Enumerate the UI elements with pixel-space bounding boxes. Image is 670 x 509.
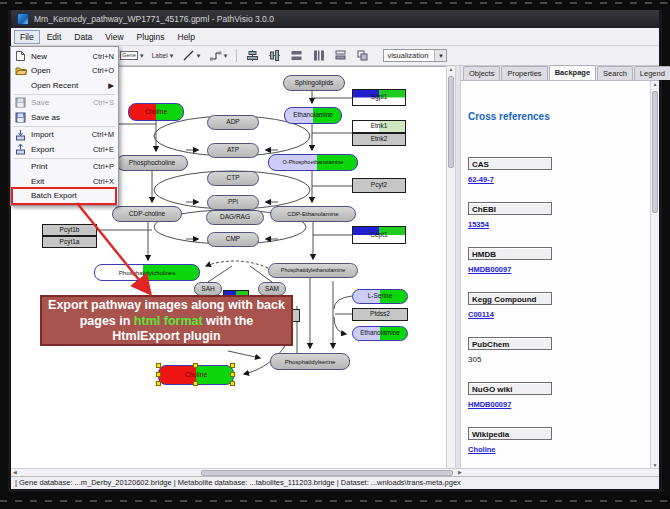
menu-item-shortcut: Ctrl+P xyxy=(93,162,114,171)
backpage-content: Cross references Expression data ▲ ▼ CAS… xyxy=(461,81,659,468)
align-middle-icon xyxy=(268,49,281,62)
pathway-node-pcyt1a[interactable]: Pcyt1a xyxy=(42,236,97,248)
draw-connector-button[interactable]: ▼ xyxy=(207,47,231,64)
distribute-horizontal-button[interactable] xyxy=(287,47,306,64)
selection-handle[interactable] xyxy=(193,363,198,368)
menu-item-shortcut: Ctrl+M xyxy=(92,130,114,139)
menubar-item-view[interactable]: View xyxy=(99,30,129,44)
pathway-node-phosphatidylcholines[interactable]: Phosphatidylcholines xyxy=(94,264,200,281)
pathway-node-etnk1[interactable]: Etnk1 xyxy=(352,120,406,133)
align-middle-button[interactable] xyxy=(265,47,284,64)
scroll-left-icon[interactable]: ◀ xyxy=(13,469,17,476)
xref-link[interactable]: HMDB00097 xyxy=(468,400,628,409)
pathway-node-ethanolamine[interactable]: Ethanolamine xyxy=(284,107,342,124)
scroll-right-icon[interactable]: ▶ xyxy=(458,469,462,476)
file-menu-item-save-as[interactable]: Save as xyxy=(11,110,118,125)
xref-link[interactable]: Choline xyxy=(468,445,628,454)
pathway-node-choline[interactable]: Choline xyxy=(128,103,184,121)
menu-item-label: Open xyxy=(31,66,88,75)
tab-search[interactable]: Search xyxy=(597,66,633,80)
menubar-item-edit[interactable]: Edit xyxy=(41,30,68,44)
selection-handle[interactable] xyxy=(156,363,161,368)
pathway-node-sah[interactable]: SAH xyxy=(194,282,222,296)
selection-handle[interactable] xyxy=(193,381,198,386)
file-menu-item-save[interactable]: SaveCtrl+S xyxy=(11,96,118,111)
tab-backpage[interactable]: Backpage xyxy=(549,65,596,80)
pathway-node-cmp[interactable]: CMP xyxy=(207,232,259,247)
pathway-node-cdp-ethanolamine[interactable]: CDP-Ethanolamine xyxy=(270,206,356,222)
pathway-node-cept1[interactable]: Cept1 xyxy=(352,226,406,244)
stack-button[interactable] xyxy=(331,47,350,64)
pathway-node-pcyt1b[interactable]: Pcyt1b xyxy=(42,224,97,236)
tab-objects[interactable]: Objects xyxy=(463,66,500,80)
menubar-item-help[interactable]: Help xyxy=(172,30,201,44)
pathway-node-phosphatidylserine[interactable]: Phosphatidylserine xyxy=(270,353,350,370)
pathway-node-sam[interactable]: SAM xyxy=(258,282,286,296)
add-gene-button[interactable]: Gene ▼ xyxy=(118,47,146,64)
selection-handle[interactable] xyxy=(230,363,235,368)
menu-item-label: Save xyxy=(31,98,89,107)
title-bar[interactable]: Mm_Kennedy_pathway_WP1771_45176.gpml - P… xyxy=(11,10,659,28)
pathway-node-sphingolipids[interactable]: Sphingolipids xyxy=(283,75,345,91)
pathway-node-atp[interactable]: ATP xyxy=(207,143,259,158)
pathway-node-choline[interactable]: Choline xyxy=(158,365,234,385)
xref-database-name: Wikipedia xyxy=(468,427,552,440)
pathway-node-sgpl1[interactable]: Sgpl1 xyxy=(352,89,406,106)
horizontal-scrollbar[interactable]: ◀ ▶ xyxy=(11,468,659,476)
label-dropdown-icon[interactable]: ▼ xyxy=(169,53,175,59)
pathway-node-phosphatidylethanolamine[interactable]: Phosphatidylethanolamine xyxy=(268,263,358,278)
menu-item-shortcut: Ctrl+S xyxy=(93,98,114,107)
pathway-node-etnk2[interactable]: Etnk2 xyxy=(352,133,406,146)
pathway-node-ptdss2[interactable]: Ptdss2 xyxy=(352,308,408,321)
pathway-node-pcyt2[interactable]: Pcyt2 xyxy=(352,178,406,193)
pathway-node-ppi[interactable]: PPi xyxy=(207,195,259,210)
menu-item-shortcut: Ctrl+N xyxy=(93,52,114,61)
tab-legend[interactable]: Legend xyxy=(634,66,670,80)
selection-handle[interactable] xyxy=(156,381,161,386)
xref-link[interactable]: 62-49-7 xyxy=(468,175,628,184)
export-icon xyxy=(14,143,27,155)
file-menu-item-open[interactable]: OpenCtrl+O xyxy=(11,64,118,79)
distribute-vertical-button[interactable] xyxy=(309,47,328,64)
file-menu-popup: NewCtrl+NOpenCtrl+OOpen Recent▶SaveCtrl+… xyxy=(10,46,119,206)
xref-link[interactable]: 15354 xyxy=(468,220,628,229)
gene-dropdown-icon[interactable]: ▼ xyxy=(139,53,145,59)
pathway-node-adp[interactable]: ADP xyxy=(207,115,259,130)
menubar-item-plugins[interactable]: Plugins xyxy=(131,30,171,44)
align-center-icon xyxy=(246,49,259,62)
selection-handle[interactable] xyxy=(230,381,235,386)
menubar-item-file[interactable]: File xyxy=(14,30,40,44)
xref-link[interactable]: C00114 xyxy=(468,310,628,319)
canvas-vertical-scrollbar[interactable]: ▲ xyxy=(446,66,455,468)
hscroll-thumb[interactable] xyxy=(201,470,453,476)
draw-line-button[interactable]: ▼ xyxy=(180,47,204,64)
visualization-dropdown-icon[interactable]: ▼ xyxy=(434,50,446,61)
pathway-node-cdp-choline[interactable]: CDP-choline xyxy=(112,206,182,222)
file-menu-item-print[interactable]: PrintCtrl+P xyxy=(11,160,118,175)
file-menu-item-import[interactable]: ImportCtrl+M xyxy=(11,128,118,143)
xref-section-cas: CAS62-49-7 xyxy=(468,157,628,184)
pathway-node-ethanolamine[interactable]: Ethanolamine xyxy=(352,326,408,341)
canvas-vscroll-thumb[interactable] xyxy=(448,76,454,168)
pathway-node-l-serine[interactable]: L-Serine xyxy=(352,289,408,304)
sidebar-vscroll-thumb[interactable] xyxy=(652,91,658,213)
file-menu-item-export[interactable]: ExportCtrl+E xyxy=(11,142,118,157)
pathway-node-o-phosphoethanolamine[interactable]: O-Phosphoethanolamine xyxy=(268,154,358,171)
line-dropdown-icon[interactable]: ▼ xyxy=(196,53,202,59)
group-button[interactable] xyxy=(353,47,372,64)
file-menu-item-open-recent[interactable]: Open Recent▶ xyxy=(11,78,118,93)
visualization-combobox[interactable]: visualization ▼ xyxy=(383,49,447,62)
tab-properties[interactable]: Properties xyxy=(501,66,547,80)
sidebar-vertical-scrollbar[interactable]: ▲ ▼ xyxy=(650,81,659,468)
pathway-node-ctp[interactable]: CTP xyxy=(207,171,259,186)
file-menu-item-new[interactable]: NewCtrl+N xyxy=(11,49,118,64)
add-label-button[interactable]: Label ▼ xyxy=(150,47,177,64)
align-center-button[interactable] xyxy=(243,47,262,64)
pathway-node-dag-rag[interactable]: DAG/RAG xyxy=(206,210,264,225)
xref-link[interactable]: HMDB00097 xyxy=(468,265,628,274)
connector-dropdown-icon[interactable]: ▼ xyxy=(223,53,229,59)
pathway-node-phosphocholine[interactable]: Phosphocholine xyxy=(116,155,188,171)
menubar-item-data[interactable]: Data xyxy=(68,30,98,44)
selection-handle[interactable] xyxy=(156,372,161,377)
selection-handle[interactable] xyxy=(230,372,235,377)
